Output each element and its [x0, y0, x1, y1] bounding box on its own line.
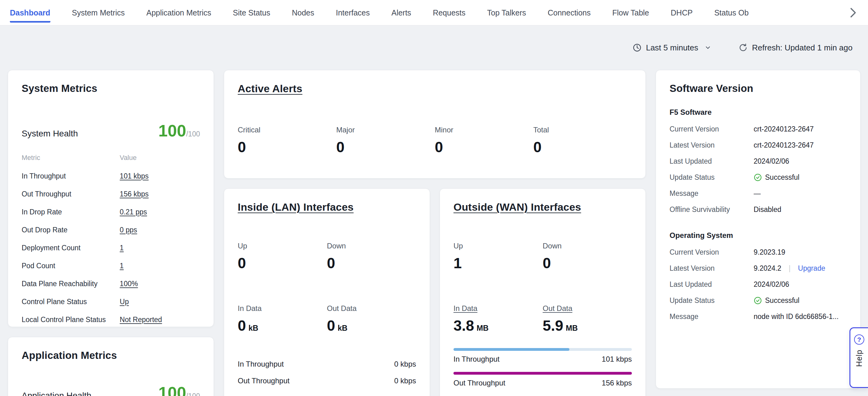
- metric-value-link[interactable]: 100%: [120, 280, 138, 288]
- operating-system-heading: Operating System: [670, 231, 847, 240]
- clock-icon: [632, 43, 642, 52]
- time-range-selector[interactable]: Last 5 minutes: [632, 43, 711, 53]
- sw-row-value: 9.2024.2: [754, 264, 781, 273]
- lan-interfaces-title-link[interactable]: Inside (LAN) Interfaces: [238, 201, 416, 213]
- table-row: Deployment Count1: [22, 239, 200, 257]
- sw-row-label: Latest Version: [670, 264, 754, 273]
- sw-row-value: Successful: [765, 296, 799, 305]
- in-throughput-value: 101 kbps: [602, 355, 632, 364]
- out-data-link[interactable]: Out Data: [543, 304, 632, 313]
- top-tab-bar: Dashboard System Metrics Application Met…: [0, 0, 868, 25]
- f5-software-heading: F5 Software: [670, 108, 847, 117]
- table-row: Control Plane StatusUp: [22, 293, 200, 311]
- tab-site-status[interactable]: Site Status: [222, 8, 281, 25]
- tab-alerts[interactable]: Alerts: [380, 8, 422, 25]
- tab-label: DHCP: [671, 8, 693, 23]
- in-data-unit: MB: [477, 323, 489, 332]
- alert-minor: Minor 0: [435, 125, 533, 155]
- alert-total: Total 0: [533, 125, 632, 155]
- metric-value-link[interactable]: 1: [120, 262, 124, 270]
- tab-requests[interactable]: Requests: [422, 8, 476, 25]
- sw-row-value: crt-20240123-2647: [754, 141, 814, 149]
- tab-label: Flow Table: [612, 8, 649, 23]
- table-row: Data Plane Reachability100%: [22, 275, 200, 293]
- metric-value-link[interactable]: 0.21 pps: [120, 208, 147, 216]
- metric-label: Out Drop Rate: [22, 221, 120, 239]
- chevron-right-icon: [846, 6, 860, 20]
- check-circle-icon: [754, 173, 762, 181]
- wan-data-row: In Data 3.8MB Out Data 5.9MB: [454, 304, 632, 334]
- wan-down: Down 0: [543, 242, 632, 272]
- metric-value-link[interactable]: 1: [120, 244, 124, 252]
- in-throughput-value: 0 kbps: [394, 360, 416, 368]
- up-value: 0: [238, 255, 327, 272]
- metric-value-link[interactable]: Up: [120, 298, 129, 306]
- up-value: 1: [454, 255, 543, 272]
- sw-row: Current Version9.2023.19: [670, 244, 847, 260]
- chevron-down-icon: [705, 44, 711, 51]
- alert-label: Minor: [435, 125, 533, 134]
- wan-up: Up 1: [454, 242, 543, 272]
- out-throughput-label: Out Throughput: [454, 379, 505, 387]
- refresh-control[interactable]: Refresh: Updated 1 min ago: [739, 43, 852, 53]
- wan-out-data: Out Data 5.9MB: [543, 304, 632, 334]
- alert-value: 0: [238, 139, 336, 155]
- system-metrics-table: Metric Value In Throughput101 kbps Out T…: [22, 149, 200, 329]
- system-health-total: /100: [186, 130, 200, 138]
- tab-dhcp[interactable]: DHCP: [660, 8, 704, 25]
- tab-label: Interfaces: [336, 8, 370, 23]
- application-metrics-card: Application Metrics Application Health 1…: [8, 337, 214, 396]
- wan-interfaces-title-link[interactable]: Outside (WAN) Interfaces: [454, 201, 632, 213]
- tab-label: Dashboard: [10, 8, 51, 23]
- tab-dashboard[interactable]: Dashboard: [10, 8, 61, 25]
- tabs-scroll-right-button[interactable]: [846, 6, 860, 20]
- tab-connections[interactable]: Connections: [537, 8, 601, 25]
- tab-top-talkers[interactable]: Top Talkers: [476, 8, 537, 25]
- tab-flow-table[interactable]: Flow Table: [601, 8, 660, 25]
- tab-interfaces[interactable]: Interfaces: [325, 8, 380, 25]
- active-alerts-title-link[interactable]: Active Alerts: [238, 83, 632, 95]
- tab-nodes[interactable]: Nodes: [281, 8, 325, 25]
- out-data-label: Out Data: [327, 304, 416, 313]
- sw-row: Messagenode with ID 6dc66856-1...: [670, 308, 847, 324]
- metric-value-link[interactable]: Not Reported: [120, 316, 162, 323]
- system-metrics-title: System Metrics: [22, 83, 200, 94]
- alert-critical: Critical 0: [238, 125, 336, 155]
- sw-row-value: 2024/02/06: [754, 157, 789, 166]
- tab-label: Application Metrics: [146, 8, 211, 23]
- lan-interfaces-card: Inside (LAN) Interfaces Up 0 Down 0 In D…: [224, 189, 430, 396]
- sw-row: Last Updated2024/02/06: [670, 153, 847, 169]
- help-tab[interactable]: ? Help: [849, 327, 868, 388]
- lan-down: Down 0: [327, 242, 416, 272]
- down-label: Down: [327, 242, 416, 250]
- software-version-card: Software Version F5 Software Current Ver…: [656, 70, 861, 389]
- application-health-total: /100: [186, 392, 200, 396]
- out-data-unit: kB: [338, 323, 347, 332]
- alert-label: Total: [533, 125, 632, 134]
- lan-updown-row: Up 0 Down 0: [238, 242, 416, 272]
- upgrade-link[interactable]: Upgrade: [798, 264, 825, 273]
- refresh-label: Refresh: Updated 1 min ago: [752, 43, 852, 53]
- sw-row-latest-version: Latest Version 9.2024.2 | Upgrade: [670, 260, 847, 276]
- wan-in-data: In Data 3.8MB: [454, 304, 543, 334]
- tab-application-metrics[interactable]: Application Metrics: [135, 8, 222, 25]
- tab-label: Site Status: [233, 8, 270, 23]
- metric-value-link[interactable]: 156 kbps: [120, 190, 148, 198]
- in-data-link[interactable]: In Data: [454, 304, 543, 313]
- tab-status-objects[interactable]: Status Ob: [704, 8, 760, 25]
- metric-value-link[interactable]: 101 kbps: [120, 172, 148, 180]
- down-label: Down: [543, 242, 632, 250]
- page-controls: Last 5 minutes Refresh: Updated 1 min ag…: [0, 25, 868, 70]
- tab-system-metrics[interactable]: System Metrics: [61, 8, 136, 25]
- check-circle-icon: [754, 296, 762, 305]
- sw-row-label: Last Updated: [670, 157, 754, 166]
- dashboard-content: System Metrics System Health 100/100 Met…: [0, 70, 868, 396]
- help-question-icon: ?: [854, 334, 864, 345]
- metric-value-link[interactable]: 0 pps: [120, 226, 137, 234]
- metric-label: Local Control Plane Status: [22, 311, 120, 329]
- in-data-label: In Data: [238, 304, 327, 313]
- refresh-icon: [739, 43, 748, 52]
- metric-label: In Drop Rate: [22, 203, 120, 221]
- sw-row-label: Offline Survivability: [670, 205, 754, 214]
- metric-label: In Throughput: [22, 167, 120, 185]
